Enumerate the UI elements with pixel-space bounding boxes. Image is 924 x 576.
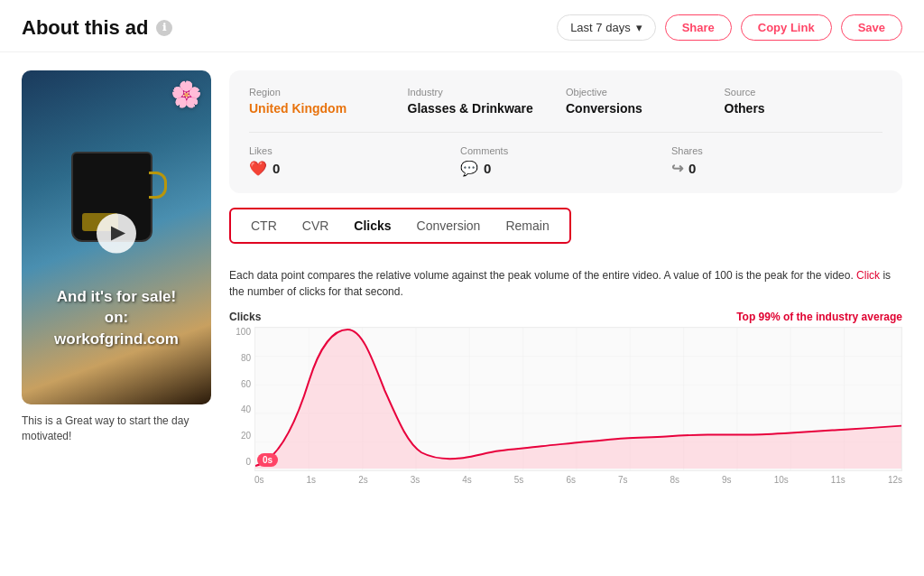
video-caption: This is a Great way to start the day mot… — [22, 413, 211, 444]
x-label-4s: 4s — [462, 475, 472, 485]
chart-with-labels: 100 80 60 40 20 0 — [229, 327, 902, 485]
x-label-6s: 6s — [566, 475, 576, 485]
tabs-row: CTR CVR Clicks Conversion Remain — [229, 208, 902, 244]
info-grid: Region United Kingdom Industry Glasses &… — [249, 87, 882, 116]
info-card: Region United Kingdom Industry Glasses &… — [229, 70, 902, 193]
chart-svg — [255, 328, 901, 470]
comments-stat: Comments 💬 0 — [460, 145, 671, 177]
date-range-picker[interactable]: Last 7 days ▾ — [557, 14, 656, 41]
current-time-dot: 0s — [257, 453, 278, 467]
shares-value-row: ↪ 0 — [671, 160, 882, 177]
video-overlay-text: And it's for sale!on:workofgrind.com — [22, 286, 211, 350]
source-label: Source — [725, 87, 883, 98]
right-panel: Region United Kingdom Industry Glasses &… — [229, 70, 902, 485]
x-label-1s: 1s — [307, 475, 317, 485]
region-value: United Kingdom — [249, 101, 408, 116]
chart-container: 0s 0s 1s 2s 3s 4s 5s 6s 7s 8s 9s — [254, 327, 902, 485]
stats-grid: Likes ❤️ 0 Comments 💬 0 Shares — [249, 132, 882, 177]
chart-section: Each data point compares the relative vo… — [229, 258, 902, 485]
click-link[interactable]: Click — [856, 269, 880, 282]
objective-item: Objective Conversions — [566, 87, 725, 116]
industry-value: Glasses & Drinkware — [408, 101, 567, 116]
region-label: Region — [249, 87, 408, 98]
comments-label: Comments — [460, 145, 671, 156]
chart-description: Each data point compares the relative vo… — [229, 267, 902, 300]
x-label-11s: 11s — [831, 475, 845, 485]
x-label-7s: 7s — [618, 475, 628, 485]
shares-stat: Shares ↪ 0 — [671, 145, 882, 177]
chart-area: 0s — [254, 327, 902, 471]
top-pct-value: Top 99% — [736, 311, 780, 323]
source-item: Source Others — [725, 87, 883, 116]
x-label-0s: 0s — [254, 475, 264, 485]
x-label-2s: 2s — [358, 475, 368, 485]
x-label-9s: 9s — [722, 475, 732, 485]
heart-icon: ❤️ — [249, 160, 267, 177]
likes-stat: Likes ❤️ 0 — [249, 145, 460, 177]
play-button[interactable] — [97, 214, 136, 254]
x-label-12s: 12s — [888, 475, 902, 485]
copy-link-button[interactable]: Copy Link — [741, 14, 832, 41]
x-label-8s: 8s — [670, 475, 680, 485]
shares-value: 0 — [688, 161, 696, 176]
y-label-0: 0 — [245, 457, 251, 467]
y-label-40: 40 — [241, 404, 251, 414]
shares-label: Shares — [671, 145, 882, 156]
x-axis: 0s 1s 2s 3s 4s 5s 6s 7s 8s 9s 10s 11s 12… — [254, 471, 902, 485]
industry-item: Industry Glasses & Drinkware — [408, 87, 567, 116]
main-content: 🌸 And it's for sale!on:workofgrind.com T… — [0, 52, 924, 503]
y-axis: 100 80 60 40 20 0 — [229, 327, 254, 485]
comments-value-row: 💬 0 — [460, 160, 671, 177]
info-icon[interactable]: ℹ — [156, 20, 172, 36]
chevron-down-icon: ▾ — [636, 21, 642, 34]
likes-value: 0 — [273, 161, 280, 176]
y-label-100: 100 — [236, 327, 251, 337]
comments-value: 0 — [484, 161, 491, 176]
x-label-5s: 5s — [514, 475, 524, 485]
likes-value-row: ❤️ 0 — [249, 160, 460, 177]
y-label-20: 20 — [241, 431, 251, 441]
tab-clicks[interactable]: Clicks — [341, 211, 403, 240]
objective-value: Conversions — [566, 101, 725, 116]
left-panel: 🌸 And it's for sale!on:workofgrind.com T… — [22, 70, 211, 485]
flower-decoration: 🌸 — [171, 79, 202, 109]
share-button[interactable]: Share — [665, 14, 732, 41]
objective-label: Objective — [566, 87, 725, 98]
page-header: About this ad ℹ Last 7 days ▾ Share Copy… — [0, 0, 924, 52]
region-item: Region United Kingdom — [249, 87, 408, 116]
x-label-10s: 10s — [774, 475, 789, 485]
comment-icon: 💬 — [460, 160, 478, 177]
save-button[interactable]: Save — [841, 14, 902, 41]
header-left: About this ad ℹ — [22, 16, 172, 40]
chart-label: Clicks — [229, 311, 261, 323]
tabs-container: CTR CVR Clicks Conversion Remain — [229, 208, 571, 244]
video-thumbnail[interactable]: 🌸 And it's for sale!on:workofgrind.com — [22, 70, 211, 404]
tab-remain[interactable]: Remain — [493, 211, 561, 240]
share-icon: ↪ — [671, 160, 683, 177]
x-label-3s: 3s — [411, 475, 420, 485]
page-title: About this ad — [22, 16, 149, 40]
likes-label: Likes — [249, 145, 460, 156]
source-value: Others — [725, 101, 883, 116]
chart-header: Clicks Top 99% of the industry average — [229, 311, 902, 323]
y-label-80: 80 — [241, 353, 251, 363]
time-indicator: 0s — [257, 451, 278, 467]
y-label-60: 60 — [241, 379, 251, 389]
industry-label: Industry — [408, 87, 567, 98]
tab-ctr[interactable]: CTR — [238, 211, 290, 240]
tab-cvr[interactable]: CVR — [290, 211, 342, 240]
header-right: Last 7 days ▾ Share Copy Link Save — [557, 14, 902, 41]
chart-top-pct: Top 99% of the industry average — [736, 311, 902, 323]
top-pct-suffix: of the industry average — [783, 311, 902, 323]
tab-conversion[interactable]: Conversion — [404, 211, 494, 240]
